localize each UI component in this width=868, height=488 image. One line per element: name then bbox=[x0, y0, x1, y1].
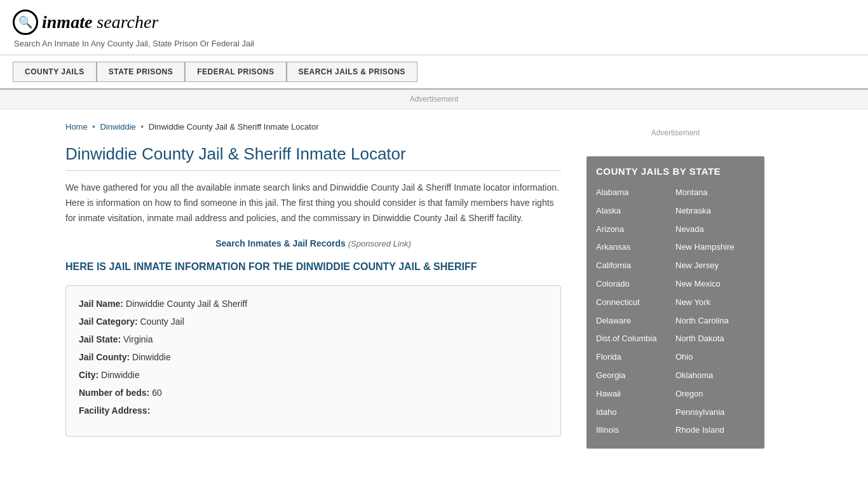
jail-beds-val: 60 bbox=[152, 388, 162, 398]
jail-city-val: Dinwiddie bbox=[101, 370, 140, 380]
jail-address-label: Facility Address: bbox=[79, 405, 150, 416]
state-link-connecticut[interactable]: Connecticut bbox=[596, 294, 675, 311]
nav-federal-prisons[interactable]: FEDERAL PRISONS bbox=[185, 62, 286, 82]
jail-city-row: City: Dinwiddie bbox=[79, 370, 548, 380]
breadcrumb-current: Dinwiddie County Jail & Sheriff Inmate L… bbox=[149, 122, 319, 132]
sponsored-text: (Sponsored Link) bbox=[348, 239, 411, 248]
state-link-hawaii[interactable]: Hawaii bbox=[596, 386, 675, 403]
state-link-delaware[interactable]: Delaware bbox=[596, 313, 675, 330]
states-grid: AlabamaMontanaAlaskaNebraskaArizonaNevad… bbox=[596, 184, 755, 439]
jail-beds-row: Number of beds: 60 bbox=[79, 388, 548, 398]
nav-bar: COUNTY JAILS STATE PRISONS FEDERAL PRISO… bbox=[0, 55, 868, 90]
breadcrumb-sep2: • bbox=[140, 122, 146, 132]
content-area: Home • Dinwiddie • Dinwiddie County Jail… bbox=[65, 109, 574, 461]
jail-category-label: Jail Category: bbox=[79, 316, 138, 327]
nav-search-jails[interactable]: SEARCH JAILS & PRISONS bbox=[287, 62, 417, 82]
breadcrumb-sep1: • bbox=[92, 122, 97, 132]
logo-area: 🔍 inmate searcher bbox=[13, 10, 855, 35]
state-link-illinois[interactable]: Illinois bbox=[596, 422, 675, 439]
state-link-north-carolina[interactable]: North Carolina bbox=[675, 313, 755, 330]
search-inmates-link[interactable]: Search Inmates & Jail Records bbox=[215, 238, 346, 248]
jail-name-row: Jail Name: Dinwiddie County Jail & Sheri… bbox=[79, 299, 548, 309]
breadcrumb-home[interactable]: Home bbox=[65, 122, 88, 132]
logo-text: inmate searcher bbox=[42, 12, 158, 32]
state-link-nevada[interactable]: Nevada bbox=[675, 221, 755, 238]
jail-county-row: Jail County: Dinwiddie bbox=[79, 352, 548, 362]
jail-state-row: Jail State: Virginia bbox=[79, 334, 548, 344]
jail-info-box: Jail Name: Dinwiddie County Jail & Sheri… bbox=[65, 285, 561, 437]
state-link-california[interactable]: California bbox=[596, 257, 675, 274]
jail-category-row: Jail Category: County Jail bbox=[79, 316, 548, 327]
breadcrumb-parent[interactable]: Dinwiddie bbox=[100, 122, 135, 132]
state-link-oregon[interactable]: Oregon bbox=[675, 386, 755, 403]
jail-state-label: Jail State: bbox=[79, 334, 121, 344]
state-link-north-dakota[interactable]: North Dakota bbox=[675, 330, 755, 348]
state-link-colorado[interactable]: Colorado bbox=[596, 276, 675, 293]
state-link-alabama[interactable]: Alabama bbox=[596, 184, 675, 201]
state-link-montana[interactable]: Montana bbox=[675, 184, 755, 201]
jail-state-val: Virginia bbox=[123, 334, 153, 344]
state-link-new-hampshire[interactable]: New Hampshire bbox=[675, 239, 755, 256]
sidebar: Advertisement COUNTY JAILS BY STATE Alab… bbox=[574, 109, 764, 461]
state-link-nebraska[interactable]: Nebraska bbox=[675, 203, 755, 220]
state-link-georgia[interactable]: Georgia bbox=[596, 367, 675, 384]
state-link-dist.of-columbia[interactable]: Dist.of Columbia bbox=[596, 330, 675, 348]
page-title: Dinwiddie County Jail & Sheriff Inmate L… bbox=[65, 144, 561, 171]
state-link-alaska[interactable]: Alaska bbox=[596, 203, 675, 220]
state-link-new-york[interactable]: New York bbox=[675, 294, 755, 311]
jail-beds-label: Number of beds: bbox=[79, 388, 149, 398]
nav-state-prisons[interactable]: STATE PRISONS bbox=[97, 62, 185, 82]
nav-buttons: COUNTY JAILS STATE PRISONS FEDERAL PRISO… bbox=[13, 62, 855, 82]
state-link-idaho[interactable]: Idaho bbox=[596, 404, 675, 421]
state-link-pennsylvania[interactable]: Pennsylvania bbox=[675, 404, 755, 421]
jail-name-val: Dinwiddie County Jail & Sheriff bbox=[126, 299, 247, 309]
sidebar-advertisement: Advertisement bbox=[587, 122, 764, 144]
search-link-area: Search Inmates & Jail Records (Sponsored… bbox=[65, 238, 561, 248]
county-jails-by-state-box: COUNTY JAILS BY STATE AlabamaMontanaAlas… bbox=[587, 156, 764, 449]
nav-county-jails[interactable]: COUNTY JAILS bbox=[13, 62, 97, 82]
state-link-arizona[interactable]: Arizona bbox=[596, 221, 675, 238]
state-link-rhode-island[interactable]: Rhode Island bbox=[675, 422, 755, 439]
header: 🔍 inmate searcher Search An Inmate In An… bbox=[0, 0, 868, 55]
jail-city-label: City: bbox=[79, 370, 98, 380]
county-jails-title: COUNTY JAILS BY STATE bbox=[596, 166, 755, 177]
jail-cat-val: County Jail bbox=[140, 316, 184, 327]
state-link-new-jersey[interactable]: New Jersey bbox=[675, 257, 755, 274]
jail-name-label: Jail Name: bbox=[79, 299, 123, 309]
breadcrumb: Home • Dinwiddie • Dinwiddie County Jail… bbox=[65, 122, 561, 132]
state-link-arkansas[interactable]: Arkansas bbox=[596, 239, 675, 256]
top-advertisement: Advertisement bbox=[0, 90, 868, 109]
section-heading: HERE IS JAIL INMATE INFORMATION FOR THE … bbox=[65, 261, 561, 273]
state-link-new-mexico[interactable]: New Mexico bbox=[675, 276, 755, 293]
logo-icon: 🔍 bbox=[13, 10, 38, 35]
state-link-oklahoma[interactable]: Oklahoma bbox=[675, 367, 755, 384]
state-link-florida[interactable]: Florida bbox=[596, 349, 675, 366]
tagline: Search An Inmate In Any County Jail, Sta… bbox=[14, 39, 855, 48]
jail-address-row: Facility Address: bbox=[79, 405, 548, 416]
main-layout: Home • Dinwiddie • Dinwiddie County Jail… bbox=[53, 109, 815, 461]
state-link-ohio[interactable]: Ohio bbox=[675, 349, 755, 366]
jail-county-val: Dinwiddie bbox=[132, 352, 171, 362]
jail-county-label: Jail County: bbox=[79, 352, 130, 362]
description-text: We have gathered for you all the availab… bbox=[65, 180, 561, 226]
